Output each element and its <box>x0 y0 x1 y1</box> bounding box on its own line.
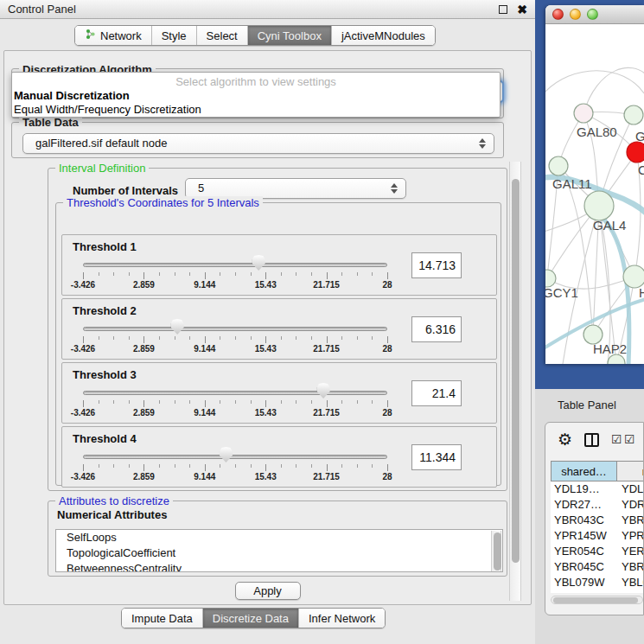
dropdown-item[interactable]: Manual Discretization <box>12 89 500 103</box>
table-panel-region: Table Panel ⚙ ☑ ☑ shared… name YDL19…YDL… <box>535 389 644 644</box>
network-view-panel: GAL80GACGAL11GAL4GCY1HHAP2 <box>535 0 644 389</box>
dropdown-item[interactable]: Equal Width/Frequency Discretization <box>12 103 500 117</box>
slider-tick <box>311 400 312 404</box>
slider-tick <box>159 336 160 340</box>
panel-vertical-scrollbar[interactable] <box>509 162 521 601</box>
threshold-value-field[interactable]: 21.4 <box>411 380 462 406</box>
threshold-value-field[interactable]: 6.316 <box>411 316 462 342</box>
slider-track[interactable] <box>83 391 387 395</box>
cell-shared-name: YLR345W <box>554 590 616 593</box>
tick-label: 28 <box>368 280 406 290</box>
close-traffic-light-icon[interactable] <box>552 9 564 20</box>
network-node-gcy1[interactable] <box>545 270 556 287</box>
slider-thumb[interactable] <box>171 319 184 335</box>
slider-track[interactable] <box>83 327 387 331</box>
tab-style[interactable]: Style <box>151 26 196 45</box>
tab-infer-network[interactable]: Infer Network <box>298 609 385 628</box>
slider-tick <box>265 400 266 407</box>
tab-cyni-toolbox[interactable]: Cyni Toolbox <box>247 26 331 45</box>
slider-thumb[interactable] <box>220 447 233 462</box>
attributes-list[interactable]: SelfLoopsTopologicalCoefficientBetweenne… <box>55 529 503 572</box>
close-icon[interactable]: ✖ <box>517 1 527 18</box>
list-vertical-scrollbar[interactable] <box>491 531 501 572</box>
slider-track[interactable] <box>83 263 387 267</box>
scrollbar-thumb[interactable] <box>512 179 520 563</box>
table-row[interactable]: YBL079WYBL0 <box>551 575 644 590</box>
cell-name: YER0 <box>622 544 644 559</box>
tab-impute-data[interactable]: Impute Data <box>122 609 202 628</box>
float-window-icon[interactable] <box>499 5 507 14</box>
network-canvas[interactable]: GAL80GACGAL11GAL4GCY1HHAP2 <box>545 24 644 364</box>
panel-title: Control Panel <box>8 0 76 19</box>
node-label: HAP2 <box>593 341 627 356</box>
network-node-gal11[interactable] <box>549 156 568 175</box>
control-panel-titlebar: Control Panel ✖ <box>0 0 535 19</box>
slider-tick <box>281 272 282 276</box>
apply-button[interactable]: Apply <box>235 582 301 600</box>
slider-tick <box>327 336 328 343</box>
column-header-shared-name[interactable]: shared… <box>551 461 617 481</box>
tab-label: Discretize Data <box>213 612 289 625</box>
slider-tick <box>235 272 236 276</box>
minimize-traffic-light-icon[interactable] <box>570 9 581 20</box>
network-icon <box>85 29 96 42</box>
threshold-value-field[interactable]: 14.713 <box>411 252 462 278</box>
table-row[interactable]: YER054CYER0 <box>551 544 644 559</box>
slider-tick <box>341 400 342 404</box>
table-row[interactable]: YBR043CYBR0 <box>551 513 644 528</box>
group-title: Threshold's Coordinates for 5 Intervals <box>63 196 263 209</box>
scrollbar-thumb[interactable] <box>494 532 501 571</box>
table-row[interactable]: YDL19…YDL1 <box>551 481 644 497</box>
slider-tick <box>159 400 160 404</box>
threshold-value-field[interactable]: 11.344 <box>411 444 462 470</box>
control-panel: Control Panel ✖ NetworkStyleSelectCyni T… <box>0 0 535 644</box>
checkbox-icon[interactable]: ☑ <box>624 432 635 446</box>
checkbox-icon[interactable]: ☑ <box>611 432 622 446</box>
tab-network[interactable]: Network <box>75 26 151 45</box>
tick-label: 2.859 <box>124 344 163 354</box>
network-edge[interactable] <box>545 71 644 93</box>
list-item[interactable]: BetweennessCentrality <box>56 561 502 572</box>
slider-thumb[interactable] <box>252 255 265 271</box>
table-panel-title: Table Panel <box>558 399 616 411</box>
gear-icon[interactable]: ⚙ <box>558 430 572 450</box>
network-edge[interactable] <box>558 166 593 335</box>
slider-tick <box>387 272 388 279</box>
tab-jactivemnodules[interactable]: jActiveMNodules <box>331 26 435 45</box>
network-window-titlebar[interactable] <box>545 5 644 24</box>
cell-name: YPR1 <box>622 528 644 544</box>
slider-tick <box>143 336 144 343</box>
list-item[interactable]: TopologicalCoefficient <box>56 545 502 561</box>
network-node-gal80[interactable] <box>574 104 593 123</box>
cell-shared-name: YBL079W <box>554 575 616 590</box>
split-columns-icon[interactable] <box>584 433 599 447</box>
node-attribute-table[interactable]: shared… name YDL19…YDL1YDR27…YDR2YBR043C… <box>551 461 644 593</box>
slider-tick <box>357 336 358 340</box>
table-data-combobox[interactable]: galFiltered.sif default node <box>22 133 494 154</box>
column-header-name[interactable]: name <box>617 461 644 481</box>
group-title: Interval Definition <box>55 162 149 175</box>
network-node[interactable] <box>624 105 643 124</box>
table-row[interactable]: YBR045CYBR0 <box>551 559 644 575</box>
network-node-gal4[interactable] <box>584 191 614 220</box>
table-horizontal-scrollbar[interactable] <box>551 596 643 604</box>
tick-label: -3.426 <box>64 408 102 418</box>
slider-tick <box>296 400 296 404</box>
slider-tick <box>387 464 388 471</box>
list-item[interactable]: SelfLoops <box>56 530 502 545</box>
table-row[interactable]: YLR345WYLR3 <box>551 590 644 593</box>
scrollbar-thumb[interactable] <box>553 597 638 603</box>
tick-label: 15.43 <box>246 280 284 290</box>
slider-thumb[interactable] <box>317 383 330 399</box>
slider-tick <box>281 400 282 404</box>
table-row[interactable]: YPR145WYPR1 <box>551 528 644 544</box>
network-node[interactable] <box>627 142 644 163</box>
table-row[interactable]: YDR27…YDR2 <box>551 497 644 513</box>
slider-tick <box>143 272 144 279</box>
slider-ticks <box>83 336 387 344</box>
slider-tick <box>143 400 144 407</box>
slider-track[interactable] <box>83 455 387 459</box>
tab-discretize-data[interactable]: Discretize Data <box>202 609 298 628</box>
zoom-traffic-light-icon[interactable] <box>587 9 598 20</box>
tab-select[interactable]: Select <box>196 26 247 45</box>
